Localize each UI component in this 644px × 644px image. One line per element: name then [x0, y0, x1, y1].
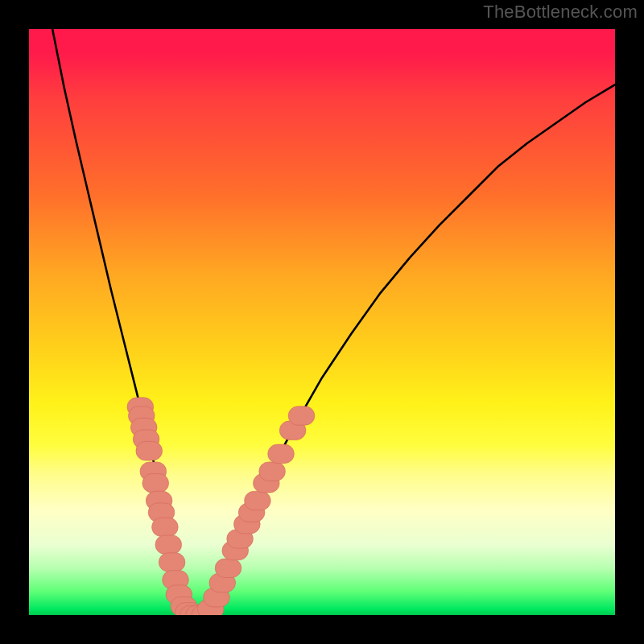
- marker-dot: [136, 441, 163, 460]
- marker-dot: [159, 553, 185, 572]
- marker-dot: [142, 473, 169, 492]
- marker-dot: [268, 444, 295, 463]
- marker-dot: [259, 462, 286, 481]
- chart-stage: TheBottleneck.com: [0, 0, 644, 644]
- bottleneck-curve: [52, 29, 615, 615]
- marker-dot: [155, 535, 182, 554]
- chart-svg: [29, 29, 615, 615]
- marker-dot: [288, 407, 315, 425]
- marker-dot: [215, 559, 242, 577]
- marker-group: [127, 398, 315, 615]
- plot-area: [29, 29, 615, 615]
- marker-dot: [245, 491, 271, 510]
- watermark-text: TheBottleneck.com: [483, 2, 638, 23]
- marker-dot: [152, 518, 179, 536]
